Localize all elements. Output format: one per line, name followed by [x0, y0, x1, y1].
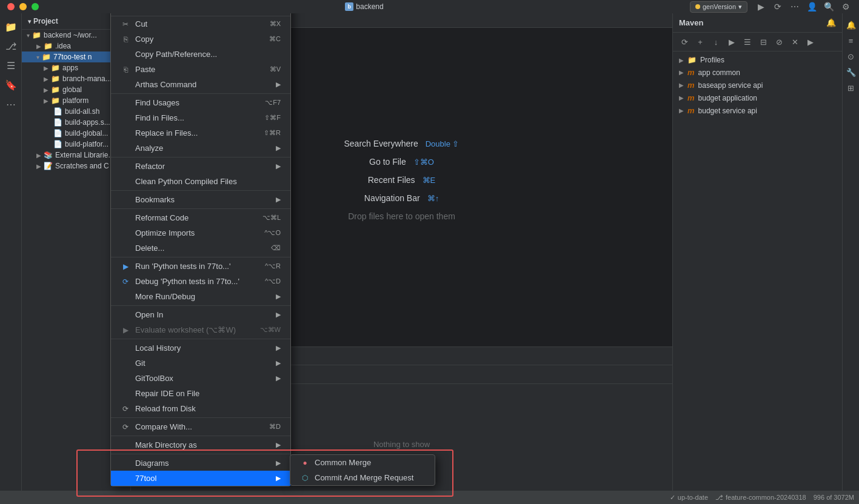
find-usages-label: Find Usages [135, 98, 179, 107]
menu-item-more-run[interactable]: More Run/Debug ▶ [111, 289, 290, 304]
settings-icon[interactable]: ⚙ [840, 1, 852, 13]
nav-bar-item: Navigation Bar ⌘↑ [364, 193, 439, 203]
menu-item-debug-python[interactable]: ⟳ Debug 'Python tests in 77to...' ^⌥D [111, 274, 290, 289]
delete-label: Delete... [135, 244, 164, 253]
gen-version-button[interactable]: genVersion ▾ [690, 1, 747, 13]
maven-budget-app[interactable]: ▶ m budget application [673, 91, 842, 104]
menu-item-mark-directory[interactable]: Mark Directory as ▶ [111, 437, 290, 453]
menu-item-run-python[interactable]: ▶ Run 'Python tests in 77to...' ^⌥R [111, 259, 290, 274]
menu-item-diagrams[interactable]: Diagrams ▶ [111, 456, 290, 471]
tool-icon[interactable]: 🔧 [844, 65, 858, 79]
menu-item-open-in[interactable]: Open In ▶ [111, 307, 290, 322]
arthas-label: Arthas Command [135, 80, 196, 89]
maven-m-icon: m [687, 68, 695, 77]
menu-item-analyze[interactable]: Analyze ▶ [111, 141, 290, 156]
nothing-to-show-label: Nothing to show [373, 440, 430, 449]
paste-shortcut: ⌘V [270, 65, 281, 73]
open-in-arrow: ▶ [276, 311, 281, 319]
tree-label: global [62, 85, 82, 94]
maven-item-label: baseapp service api [698, 81, 763, 90]
panel-icon[interactable]: ⊞ [844, 81, 858, 94]
menu-item-reformat[interactable]: Reformat Code ⌥⌘L [111, 210, 290, 225]
menu-item-replace[interactable]: Replace in Files... ⇧⌘R [111, 125, 290, 141]
maven-skip-btn[interactable]: ⊘ [772, 35, 786, 48]
menu-item-gittoolbox[interactable]: GitToolBox ▶ [111, 371, 290, 386]
menu-item-find-usages[interactable]: Find Usages ⌥F7 [111, 95, 290, 110]
menu-item-reload-disk[interactable]: ⟳ Reload from Disk [111, 401, 290, 416]
77tool-label: 77tool [135, 474, 156, 483]
maximize-button[interactable] [32, 3, 39, 10]
maven-arrow-right-btn[interactable]: ▶ [804, 35, 817, 48]
run-button[interactable]: ▶ [755, 1, 767, 13]
maven-budget-service[interactable]: ▶ m budget service api [673, 104, 842, 117]
menu-item-copy[interactable]: ⎘ Copy ⌘C [111, 31, 290, 47]
menu-item-arthas[interactable]: Arthas Command ▶ [111, 77, 290, 92]
maven-run-btn[interactable]: ▶ [725, 35, 738, 48]
minimize-button[interactable] [19, 3, 27, 10]
maven-item-label: Profiles [700, 56, 724, 64]
run-python-shortcut: ^⌥R [265, 262, 281, 270]
menu-item-repair-ide[interactable]: Repair IDE on File [111, 386, 290, 401]
menu-item-find-files[interactable]: Find in Files... ⇧⌘F [111, 110, 290, 125]
menu-item-paste[interactable]: ⎗ Paste ⌘V [111, 62, 290, 77]
user-icon[interactable]: 👤 [806, 1, 818, 13]
tree-label: 77too-test n [53, 53, 92, 61]
search-icon[interactable]: 🔍 [823, 1, 835, 13]
database-icon[interactable]: ⊙ [844, 50, 858, 63]
tree-label: build-all.sh [65, 107, 99, 116]
dots-icon[interactable]: ⋯ [2, 96, 19, 113]
maven-block-btn[interactable]: ⊟ [757, 35, 770, 48]
menu-item-common-merge[interactable]: ● Common Merge [290, 455, 435, 470]
search-everywhere-shortcut: Double ⇧ [426, 139, 460, 148]
maven-list-btn[interactable]: ☰ [741, 35, 754, 48]
notifications-icon[interactable]: 🔔 [844, 18, 858, 31]
copy-label: Copy [135, 35, 153, 44]
menu-item-git[interactable]: Git ▶ [111, 356, 290, 371]
menu-item-delete[interactable]: Delete... ⌫ [111, 240, 290, 256]
commit-icon[interactable]: ⎇ [2, 38, 19, 55]
reformat-label: Reformat Code [135, 213, 189, 222]
sync-status[interactable]: ✓ up-to-date [670, 494, 708, 502]
maven-app-common[interactable]: ▶ m app common [673, 66, 842, 79]
expand-icon: ▶ [679, 94, 684, 101]
bookmark-icon[interactable]: 🔖 [2, 76, 19, 93]
maven-baseapp[interactable]: ▶ m baseapp service api [673, 79, 842, 91]
more-button[interactable]: ⋯ [789, 1, 801, 13]
separator-8 [111, 417, 290, 418]
file-icon: 📄 [53, 118, 62, 127]
menu-item-bookmarks[interactable]: Bookmarks ▶ [111, 192, 290, 207]
menu-item-cut[interactable]: ✂ Cut ⌘X [111, 16, 290, 31]
recent-files-shortcut: ⌘E [423, 176, 436, 185]
menu-item-optimize[interactable]: Optimize Imports ^⌥O [111, 225, 290, 240]
branch-status[interactable]: ⎇ feature-common-20240318 [715, 494, 806, 502]
evaluate-shortcut: ⌥⌘W [260, 326, 281, 334]
maven-add-btn[interactable]: + [694, 35, 707, 48]
maven-profiles[interactable]: ▶ 📁 Profiles [673, 54, 842, 66]
project-icon[interactable]: 📁 [2, 18, 19, 35]
menu-item-compare-with[interactable]: ⟳ Compare With... ⌘D [111, 419, 290, 434]
go-to-file-item: Go to File ⇧⌘O [369, 157, 434, 167]
reformat-shortcut: ⌥⌘L [262, 214, 281, 222]
structure-icon[interactable]: ☰ [2, 57, 19, 74]
tree-label: .idea [55, 42, 71, 50]
menu-item-local-history[interactable]: Local History ▶ [111, 340, 290, 356]
maven-refresh-btn[interactable]: ⟳ [678, 35, 691, 48]
sync-icon: ✓ [670, 494, 675, 502]
local-history-label: Local History [135, 343, 181, 353]
menu-item-refactor[interactable]: Refactor ▶ [111, 159, 290, 174]
maven-close-btn[interactable]: ✕ [788, 35, 801, 48]
tree-label: build-apps.s... [65, 118, 110, 127]
menu-item-clean-python[interactable]: Clean Python Compiled Files [111, 174, 290, 189]
maven-download-btn[interactable]: ↓ [709, 35, 723, 48]
lines-status[interactable]: 996 of 3072M [814, 494, 854, 501]
menu-item-commit-merge[interactable]: ⬡ Commit And Merge Request [290, 470, 435, 485]
close-button[interactable] [7, 3, 15, 10]
cut-shortcut: ⌘X [270, 20, 281, 28]
bell-icon[interactable]: 🔔 [826, 18, 836, 27]
layers-icon[interactable]: ≡ [844, 34, 858, 47]
menu-item-77tool[interactable]: 77tool ▶ [111, 471, 290, 486]
debug-button[interactable]: ⟳ [772, 1, 784, 13]
expand-icon: ▶ [44, 87, 48, 93]
menu-item-copy-path[interactable]: Copy Path/Reference... [111, 47, 290, 62]
paste-icon: ⎗ [121, 65, 130, 74]
